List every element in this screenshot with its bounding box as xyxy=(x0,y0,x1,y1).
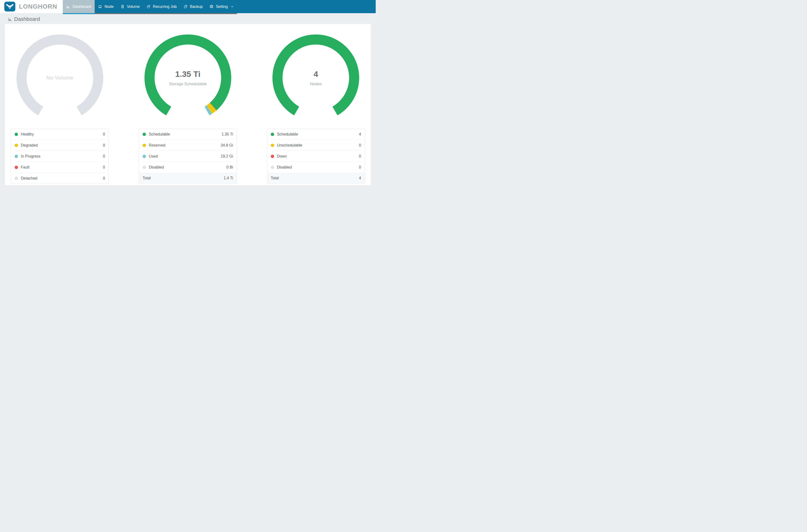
gear-icon: ⚙ xyxy=(209,4,214,9)
legend-dot xyxy=(271,144,274,147)
storage-schedulable-panel: 1.35 TiStorage SchedulableSchedulable1.3… xyxy=(139,34,237,184)
legend-label: Degraded xyxy=(21,143,103,148)
legend-dot xyxy=(15,133,18,136)
main-menu: DashboardNodeVolumeRecurring JobBackup⚙S… xyxy=(63,0,237,14)
dashboard-card: No VolumeHealthy0Degraded0In Progress0Fa… xyxy=(5,24,371,185)
donut-value: 1.35 Ti xyxy=(175,70,200,79)
legend-value: 0 xyxy=(103,176,105,180)
page-title: Dashboard xyxy=(14,17,40,22)
legend-dot xyxy=(15,155,18,158)
total-value: 4 xyxy=(359,176,361,180)
donut-label: Nodes xyxy=(310,82,322,87)
legend-label: Reserved xyxy=(149,143,221,148)
nav-item-label: Node xyxy=(105,4,114,9)
nav-item-recurring-job[interactable]: Recurring Job xyxy=(143,0,180,14)
node-status-donut: 4Nodes xyxy=(272,34,360,121)
legend-row-schedulable: Schedulable1.35 Ti xyxy=(139,129,237,139)
legend-value: 0 xyxy=(103,132,105,136)
legend-value: 0 xyxy=(359,165,361,170)
nav-item-setting[interactable]: ⚙Setting xyxy=(206,0,237,14)
legend-row-healthy: Healthy0 xyxy=(11,129,109,139)
legend-label: Schedulable xyxy=(149,132,221,136)
legend-label: Used xyxy=(149,154,221,158)
legend-value: 19.2 Gi xyxy=(221,154,233,158)
legend-dot xyxy=(271,155,274,158)
node-status-panel: 4NodesSchedulable4Unschedulable0Down0Dis… xyxy=(267,34,365,184)
nav-item-label: Setting xyxy=(216,4,228,9)
legend-row-schedulable: Schedulable4 xyxy=(267,129,365,139)
legend-dot xyxy=(143,144,146,147)
legend-value: 0 xyxy=(359,154,361,158)
legend-dot xyxy=(15,177,18,180)
brand[interactable]: LONGHORN xyxy=(0,0,63,13)
nav-item-label: Backup xyxy=(190,4,203,9)
legend-row-fault: Fault0 xyxy=(11,162,109,173)
legend-label: Down xyxy=(277,154,359,158)
chevron-down-icon xyxy=(231,5,234,8)
legend-row-down: Down0 xyxy=(267,151,365,162)
legend-label: Healthy xyxy=(21,132,103,136)
donut-label: Storage Schedulable xyxy=(169,82,207,87)
donut-center: 4Nodes xyxy=(272,34,360,121)
page-header: Dashboard xyxy=(0,14,376,24)
legend-value: 0 xyxy=(103,165,105,170)
total-value: 1.4 Ti xyxy=(224,176,233,180)
legend-label: Fault xyxy=(21,165,103,170)
legend-value: 0 Bi xyxy=(226,165,233,170)
donut-center: 1.35 TiStorage Schedulable xyxy=(144,34,232,121)
volume-status-panel: No VolumeHealthy0Degraded0In Progress0Fa… xyxy=(11,34,109,184)
nav-item-label: Recurring Job xyxy=(153,4,177,9)
donut-empty-text: No Volume xyxy=(46,75,73,81)
donut-center: No Volume xyxy=(16,34,104,121)
total-row: Total4 xyxy=(267,173,365,184)
nav-item-label: Volume xyxy=(127,4,140,9)
copy-icon xyxy=(184,4,188,8)
legend-row-reserved: Reserved34.8 Gi xyxy=(139,140,237,151)
bar-chart-icon xyxy=(66,4,70,8)
volume-status-legend-table: Healthy0Degraded0In Progress0Fault0Detac… xyxy=(11,129,109,184)
volume-status-donut: No Volume xyxy=(16,34,104,121)
total-label: Total xyxy=(143,176,223,180)
laptop-icon xyxy=(98,4,102,8)
storage-schedulable-donut: 1.35 TiStorage Schedulable xyxy=(144,34,232,121)
bar-chart-icon xyxy=(8,17,12,21)
top-nav: LONGHORN DashboardNodeVolumeRecurring Jo… xyxy=(0,0,376,14)
legend-label: Unschedulable xyxy=(277,143,359,148)
legend-label: Schedulable xyxy=(277,132,359,136)
legend-dot xyxy=(143,166,146,169)
legend-dot xyxy=(143,155,146,158)
legend-value: 4 xyxy=(359,132,361,136)
clock-icon xyxy=(146,4,150,8)
legend-row-unschedulable: Unschedulable0 xyxy=(267,140,365,151)
nav-item-label: Dashboard xyxy=(73,4,91,9)
legend-value: 0 xyxy=(359,143,361,148)
longhorn-logo-icon xyxy=(4,2,15,12)
legend-dot xyxy=(143,133,146,136)
nav-item-volume[interactable]: Volume xyxy=(117,0,143,14)
legend-value: 1.35 Ti xyxy=(222,132,233,136)
legend-label: Disabled xyxy=(149,165,226,170)
legend-row-in-progress: In Progress0 xyxy=(11,151,109,162)
nav-item-backup[interactable]: Backup xyxy=(180,0,206,14)
total-row: Total1.4 Ti xyxy=(139,173,237,184)
database-icon xyxy=(121,4,125,8)
nav-item-node[interactable]: Node xyxy=(95,0,117,14)
legend-row-detached: Detached0 xyxy=(11,173,109,184)
legend-dot xyxy=(271,133,274,136)
legend-value: 0 xyxy=(103,143,105,148)
total-label: Total xyxy=(271,176,359,180)
legend-value: 0 xyxy=(103,154,105,158)
brand-name: LONGHORN xyxy=(19,3,57,10)
legend-row-used: Used19.2 Gi xyxy=(139,151,237,162)
legend-dot xyxy=(15,166,18,169)
legend-row-degraded: Degraded0 xyxy=(11,140,109,151)
legend-dot xyxy=(15,144,18,147)
storage-schedulable-legend-table: Schedulable1.35 TiReserved34.8 GiUsed19.… xyxy=(139,129,237,184)
legend-row-disabled: Disabled0 xyxy=(267,162,365,173)
nav-item-dashboard[interactable]: Dashboard xyxy=(63,0,95,14)
node-status-legend-table: Schedulable4Unschedulable0Down0Disabled0… xyxy=(267,129,365,184)
legend-row-disabled: Disabled0 Bi xyxy=(139,162,237,173)
legend-value: 34.8 Gi xyxy=(221,143,233,148)
legend-label: Disabled xyxy=(277,165,359,170)
legend-dot xyxy=(271,166,274,169)
